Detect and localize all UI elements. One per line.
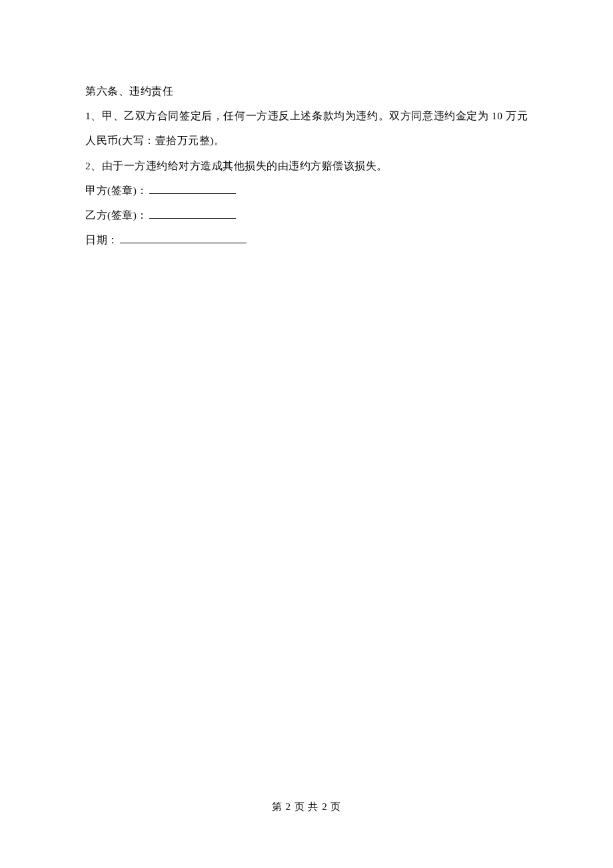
page-footer: 第 2 页 共 2 页 [0,801,613,813]
party-a-signature-line: 甲方(签章)： [85,178,528,203]
party-b-signature-line: 乙方(签章)： [85,203,528,227]
page-number-text: 第 2 页 共 2 页 [272,801,342,812]
party-a-label: 甲方(签章)： [85,185,148,196]
party-b-signature-blank [149,208,236,219]
document-body: 第六条、违约责任 1、甲、乙双方合同签定后，任何一方违反上述条款均为违约。双方同… [0,0,613,252]
date-blank [120,233,247,244]
date-label: 日期： [85,234,119,245]
article-6-clause-1: 1、甲、乙双方合同签定后，任何一方违反上述条款均为违约。双方同意违约金定为 10… [85,103,528,153]
party-a-signature-blank [149,183,236,194]
article-6-clause-2: 2、由于一方违约给对方造成其他损失的由违约方赔偿该损失。 [85,153,528,178]
party-b-label: 乙方(签章)： [85,209,148,221]
article-6-heading: 第六条、违约责任 [85,79,528,103]
date-line: 日期： [85,227,528,252]
